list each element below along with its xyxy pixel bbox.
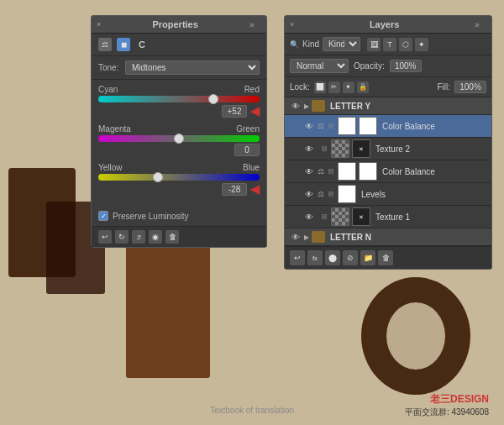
levels-visibility[interactable]: 👁 bbox=[303, 188, 315, 200]
filter-icon-shape[interactable]: ⬡ bbox=[399, 38, 412, 51]
lock-icon-paint[interactable]: ✏ bbox=[328, 81, 340, 93]
tex2-chain: ⛓ bbox=[320, 143, 328, 155]
group-n-name: LETTER N bbox=[330, 233, 486, 242]
layers-expand-btn[interactable]: » bbox=[475, 20, 486, 29]
group-y-visibility[interactable]: 👁 bbox=[290, 100, 302, 112]
layers-folder-icon[interactable]: 📁 bbox=[360, 250, 375, 265]
properties-icon-1[interactable]: ⚖ bbox=[98, 38, 112, 51]
levels-fx: ⚖ bbox=[318, 190, 324, 198]
layer-item-levels[interactable]: 👁 ⚖ ⛓ Levels bbox=[285, 183, 491, 206]
layer-group-letter-n[interactable]: 👁 ▶ LETTER N bbox=[285, 228, 491, 246]
group-n-folder-icon bbox=[312, 231, 325, 243]
layers-titlebar: × Layers » bbox=[285, 16, 491, 34]
tex1-chain: ⛓ bbox=[320, 211, 328, 223]
properties-titlebar: × Properties » bbox=[92, 16, 266, 34]
tex1-thumb-mask: ✕ bbox=[352, 207, 370, 226]
tex2-thumb-mask: ✕ bbox=[352, 139, 370, 158]
opacity-label: Opacity: bbox=[354, 61, 385, 71]
cb2-chain: ⛓ bbox=[327, 165, 335, 177]
layer-item-texture-2[interactable]: 👁 ⛓ ✕ Texture 2 bbox=[285, 138, 491, 160]
properties-bottom-bar: ↩ ↻ ♬ ◉ 🗑 bbox=[92, 226, 266, 247]
cb1-visibility[interactable]: 👁 bbox=[303, 120, 315, 132]
cyan-red-slider-row: Cyan Red +52 ◀ bbox=[98, 85, 260, 118]
sliders-section: Cyan Red +52 ◀ Magenta Green 0 bbox=[92, 80, 266, 207]
lock-row: Lock: ⬜ ✏ ✦ 🔒 Fill: bbox=[285, 77, 491, 97]
cb1-chain: ⛓ bbox=[327, 120, 335, 132]
levels-thumb bbox=[338, 185, 356, 203]
lock-icon-transparent[interactable]: ⬜ bbox=[314, 81, 326, 93]
lock-icon-position[interactable]: ✦ bbox=[343, 81, 354, 93]
yellow-blue-labels: Yellow Blue bbox=[98, 163, 260, 172]
cyan-label: Cyan bbox=[98, 85, 118, 94]
layers-fx-icon[interactable]: fx bbox=[307, 250, 323, 265]
layers-search-row: 🔍 Kind Kind 🖼 T ⬡ ✦ bbox=[285, 34, 491, 55]
cyan-red-labels: Cyan Red bbox=[98, 85, 260, 94]
tex1-thumb-img bbox=[331, 207, 349, 226]
layer-group-letter-y[interactable]: 👁 ▶ LETTER Y bbox=[285, 97, 491, 115]
layers-list: 👁 ▶ LETTER Y 👁 ⚖ ⛓ Color Balance 👁 ⛓ ✕ T… bbox=[285, 97, 491, 246]
layers-bottom-bar: ↩ fx ⬤ ⊘ 📁 🗑 bbox=[285, 246, 491, 269]
levels-chain: ⛓ bbox=[327, 188, 335, 200]
cyan-red-thumb[interactable] bbox=[208, 94, 218, 104]
props-bottom-icon-3[interactable]: ♬ bbox=[132, 230, 145, 244]
layers-mask-icon[interactable]: ⬤ bbox=[325, 250, 340, 265]
layers-title: Layers bbox=[370, 19, 399, 29]
group-n-chevron: ▶ bbox=[304, 233, 309, 241]
layers-adjust-icon[interactable]: ⊘ bbox=[343, 250, 358, 265]
yellow-blue-track[interactable] bbox=[98, 174, 260, 181]
footer-brand: 老三DESIGN 平面交流群: 43940608 bbox=[405, 392, 489, 418]
preserve-luminosity-row: ✓ Preserve Luminosity bbox=[92, 207, 266, 226]
layer-item-color-balance-1[interactable]: 👁 ⚖ ⛓ Color Balance bbox=[285, 115, 491, 138]
filter-icon-text[interactable]: T bbox=[383, 38, 396, 51]
properties-expand-btn[interactable]: » bbox=[249, 20, 261, 29]
layers-delete-icon[interactable]: 🗑 bbox=[378, 250, 393, 265]
preserve-luminosity-checkbox[interactable]: ✓ bbox=[98, 211, 108, 221]
filter-icons: 🖼 T ⬡ ✦ bbox=[367, 38, 428, 51]
cyan-red-value[interactable]: +52 bbox=[222, 105, 247, 118]
cyan-red-value-row: +52 ◀ bbox=[98, 104, 260, 118]
tex2-visibility[interactable]: 👁 bbox=[303, 143, 315, 155]
tone-label: Tone: bbox=[98, 63, 125, 72]
lock-icon-all[interactable]: 🔒 bbox=[357, 81, 369, 93]
filter-icon-smart[interactable]: ✦ bbox=[415, 38, 428, 51]
tex1-name: Texture 1 bbox=[375, 212, 486, 222]
fill-input[interactable] bbox=[454, 81, 486, 93]
filter-icon-image[interactable]: 🖼 bbox=[367, 38, 381, 51]
layer-item-color-balance-2[interactable]: 👁 ⚖ ⛓ Color Balance bbox=[285, 160, 491, 183]
kind-select[interactable]: Kind bbox=[323, 37, 360, 51]
layers-link-icon[interactable]: ↩ bbox=[290, 250, 305, 265]
magenta-label: Magenta bbox=[98, 124, 131, 134]
group-n-visibility[interactable]: 👁 bbox=[290, 231, 302, 243]
blue-label: Blue bbox=[243, 163, 260, 172]
yellow-blue-thumb[interactable] bbox=[153, 172, 163, 182]
magenta-green-track[interactable] bbox=[98, 135, 260, 142]
layer-item-texture-1[interactable]: 👁 ⛓ ✕ Texture 1 bbox=[285, 206, 491, 228]
props-bottom-icon-5[interactable]: 🗑 bbox=[165, 230, 179, 244]
props-bottom-icon-2[interactable]: ↻ bbox=[115, 230, 129, 244]
cyan-red-track[interactable] bbox=[98, 96, 260, 102]
tone-row: Tone: Midtones Shadows Highlights bbox=[92, 56, 266, 80]
kind-label: Kind bbox=[302, 39, 319, 49]
cb2-visibility[interactable]: 👁 bbox=[303, 165, 315, 177]
properties-letter-c: C bbox=[139, 39, 145, 50]
properties-icon-row: ⚖ ◼ C bbox=[92, 34, 266, 56]
cb2-thumb-adj bbox=[338, 162, 356, 181]
green-label: Green bbox=[236, 124, 260, 134]
cb1-thumb-mask bbox=[359, 117, 377, 135]
props-bottom-icon-1[interactable]: ↩ bbox=[98, 230, 112, 244]
opacity-input[interactable] bbox=[390, 60, 422, 72]
properties-close-x[interactable]: × bbox=[97, 20, 101, 29]
tex1-visibility[interactable]: 👁 bbox=[303, 211, 315, 223]
properties-icon-2[interactable]: ◼ bbox=[117, 38, 130, 51]
blend-mode-select[interactable]: Normal Multiply Screen bbox=[290, 59, 349, 73]
lock-icons-group: ⬜ ✏ ✦ 🔒 bbox=[314, 81, 369, 93]
tone-select[interactable]: Midtones Shadows Highlights bbox=[125, 60, 260, 75]
yellow-blue-value[interactable]: -28 bbox=[222, 183, 247, 196]
props-bottom-icon-4[interactable]: ◉ bbox=[149, 230, 162, 244]
layers-close-x[interactable]: × bbox=[290, 20, 294, 29]
group-y-chevron: ▶ bbox=[304, 102, 309, 110]
magenta-green-thumb[interactable] bbox=[174, 134, 184, 144]
magenta-green-value[interactable]: 0 bbox=[234, 144, 260, 156]
yellow-label: Yellow bbox=[98, 163, 123, 172]
properties-panel: × Properties » ⚖ ◼ C Tone: Midtones Shad… bbox=[91, 15, 267, 248]
